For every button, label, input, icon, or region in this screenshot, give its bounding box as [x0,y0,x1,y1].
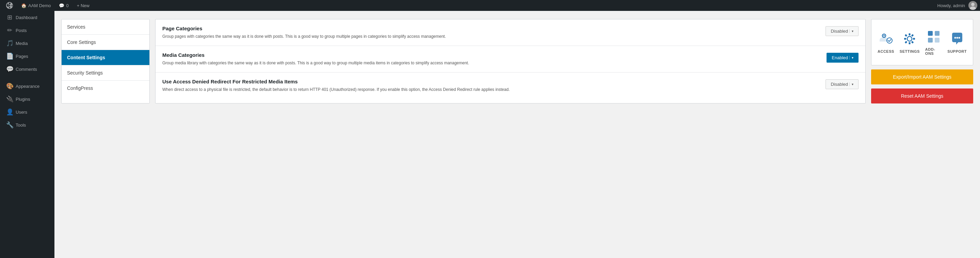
svg-rect-15 [928,31,933,36]
access-label: ACCESS [878,49,894,53]
setting-row-access-denied: Use Access Denied Redirect For Restricte… [156,73,865,99]
svg-point-20 [956,37,958,39]
settings-label: SETTINGS [900,49,920,53]
setting-action-access-denied: Disabled ▾ [826,79,859,89]
toggle-page-categories[interactable]: Disabled ▾ [826,26,859,36]
tools-icon: 🔧 [6,121,13,129]
sidebar: ⊞ Dashboard ✏ Posts 🎵 Media 📄 Pages 💬 Co… [0,11,54,258]
dashboard-icon: ⊞ [6,14,13,21]
export-import-button[interactable]: Export/Import AAM Settings [871,69,973,84]
sidebar-item-appearance[interactable]: 🎨 Appearance [0,80,54,92]
svg-rect-8 [909,42,911,44]
setting-title-media-categories: Media Categories [162,52,821,58]
pages-icon: 📄 [6,53,13,60]
sidebar-item-pages[interactable]: 📄 Pages [0,50,54,63]
svg-rect-13 [911,41,914,43]
sidebar-item-tools[interactable]: 🔧 Tools [0,118,54,131]
icon-item-settings[interactable]: SETTINGS [897,28,923,56]
svg-rect-17 [928,38,933,43]
setting-row-page-categories: Page Categories Group pages with categor… [156,19,865,46]
media-icon: 🎵 [6,40,13,47]
admin-bar: 🏠 AAM Demo 💬 0 + New Howdy, admin [0,0,980,11]
addons-label: ADD-ONS [925,47,942,56]
nav-item-content-settings[interactable]: Content Settings [62,50,150,65]
svg-rect-14 [905,41,907,43]
sidebar-item-users[interactable]: 👤 Users [0,105,54,118]
aam-sidebar: ACCESS [871,19,973,104]
sidebar-item-comments[interactable]: 💬 Comments [0,63,54,76]
svg-rect-7 [909,33,911,35]
setting-content-access-denied: Use Access Denied Redirect For Restricte… [162,79,820,92]
sidebar-item-plugins[interactable]: 🔌 Plugins [0,92,54,105]
access-icon [878,31,894,47]
svg-rect-12 [905,34,907,37]
support-icon [950,31,965,47]
svg-point-1 [971,3,975,6]
settings-icon [902,31,917,47]
setting-desc-page-categories: Group pages with categories the same way… [162,33,820,40]
aam-icons-panel: ACCESS [871,19,973,65]
nav-item-security-settings[interactable]: Security Settings [62,65,150,81]
plugins-icon: 🔌 [6,95,13,103]
setting-action-media-categories: Enabled ▾ [827,52,859,63]
appearance-icon: 🎨 [6,82,13,90]
aam-container: Services Core Settings Content Settings … [61,19,973,104]
setting-desc-media-categories: Group media library with categories the … [162,60,821,66]
site-name[interactable]: 🏠 AAM Demo [18,0,54,11]
support-label: SUPPORT [947,49,967,53]
svg-point-4 [883,35,885,37]
posts-icon: ✏ [6,27,13,34]
svg-rect-9 [913,38,915,40]
comments-icon: 💬 [6,65,13,73]
nav-item-core-settings[interactable]: Core Settings [62,35,150,50]
sidebar-item-dashboard[interactable]: ⊞ Dashboard [0,11,54,24]
aam-nav: Services Core Settings Content Settings … [61,19,150,104]
toggle-caret-access-denied: ▾ [850,82,853,86]
adminbar-user: Howdy, admin [937,1,977,10]
toggle-caret-page-categories: ▾ [850,29,853,33]
toggle-access-denied[interactable]: Disabled ▾ [826,79,859,89]
toggle-caret-media-categories: ▾ [850,56,853,60]
users-icon: 👤 [6,108,13,116]
svg-rect-10 [904,38,906,40]
nav-item-services[interactable]: Services [62,19,150,35]
icon-item-addons[interactable]: ADD-ONS [923,26,945,58]
svg-point-19 [954,37,956,39]
svg-point-6 [907,37,912,41]
icon-item-support[interactable]: SUPPORT [945,28,969,56]
icon-item-access[interactable]: ACCESS [875,28,897,56]
setting-desc-access-denied: When direct access to a physical file is… [162,86,820,92]
svg-rect-16 [935,31,940,36]
avatar [969,1,977,10]
wp-logo[interactable] [3,0,16,11]
sidebar-item-media[interactable]: 🎵 Media [0,37,54,50]
toggle-media-categories[interactable]: Enabled ▾ [827,53,859,63]
svg-rect-18 [935,38,940,43]
setting-title-page-categories: Page Categories [162,25,820,31]
svg-rect-11 [911,34,914,37]
setting-content-page-categories: Page Categories Group pages with categor… [162,25,820,40]
nav-item-configpress[interactable]: ConfigPress [62,81,150,96]
setting-title-access-denied: Use Access Denied Redirect For Restricte… [162,79,820,84]
aam-main: Page Categories Group pages with categor… [155,19,865,104]
setting-row-media-categories: Media Categories Group media library wit… [156,46,865,73]
setting-content-media-categories: Media Categories Group media library wit… [162,52,821,66]
new-content[interactable]: + New [73,0,93,11]
sidebar-item-posts[interactable]: ✏ Posts [0,24,54,37]
comments-link[interactable]: 💬 0 [56,0,72,11]
svg-point-21 [958,37,960,39]
addons-icon [926,29,942,45]
setting-action-page-categories: Disabled ▾ [826,25,859,36]
reset-settings-button[interactable]: Reset AAM Settings [871,89,973,104]
